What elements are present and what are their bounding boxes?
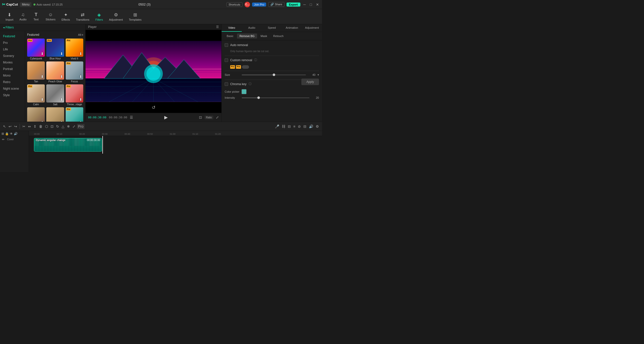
chroma-key-checkbox[interactable]	[225, 82, 228, 86]
undo-button[interactable]: ↩	[8, 124, 13, 129]
delete-button[interactable]: 🗑	[38, 124, 44, 129]
menu-button[interactable]: Menu	[20, 2, 31, 7]
playhead[interactable]	[102, 136, 103, 154]
ratio-button[interactable]: Ratio	[205, 116, 213, 119]
tool-adjustment[interactable]: ⚙ Adjustment	[106, 11, 125, 22]
layout-button[interactable]: ⊟	[302, 124, 307, 129]
auto-removal-checkbox[interactable]	[225, 43, 228, 47]
screenshot-button[interactable]: ⊡	[199, 115, 202, 119]
intensity-slider-track[interactable]	[242, 97, 309, 98]
filter-cat-mono[interactable]: Mono	[0, 72, 25, 79]
filter-cat-style[interactable]: Style	[0, 92, 25, 98]
tab-adjustment[interactable]: Adjustment	[302, 24, 322, 32]
reload-icon[interactable]: ↺	[152, 105, 155, 110]
mic-button[interactable]: 🎤	[274, 124, 280, 129]
filter-item-tan[interactable]: ⬇ Tan	[27, 61, 45, 83]
filter-cat-scenery[interactable]: Scenery	[0, 53, 25, 59]
tool-stickers[interactable]: ☺ Stickers	[43, 11, 58, 22]
mirror-v-button[interactable]: ⇕	[32, 124, 37, 129]
volume-button[interactable]: 🔊	[308, 124, 314, 129]
split-button[interactable]: ✂	[21, 124, 26, 129]
filter-all-button[interactable]: All ≡	[78, 33, 83, 36]
filter-item-throwntage[interactable]: Pro ⬇ Throw...ntage	[66, 84, 83, 106]
tool-transitions[interactable]: ⇄ Transitions	[73, 11, 92, 22]
redo-button[interactable]: ↪	[13, 124, 18, 129]
track-add-button[interactable]: ⊞	[2, 132, 4, 135]
size-slider-track[interactable]	[242, 75, 306, 75]
maximize-button[interactable]: □	[309, 3, 313, 7]
pro-feature-button[interactable]: Pro	[77, 124, 85, 129]
download-icon: ⬇	[41, 52, 44, 56]
apply-button[interactable]: Apply	[301, 79, 319, 85]
subtab-basic[interactable]: Basic	[224, 33, 236, 39]
filter-item-vivid2[interactable]: Pro ⬇ Vivid II	[66, 39, 83, 60]
select-tool-button[interactable]: ↖	[2, 124, 7, 129]
filter-item-calm[interactable]: Pro ⬇ Calm	[27, 84, 45, 106]
cover-edit-button[interactable]: ✏	[2, 138, 5, 141]
custom-removal-checkbox[interactable]	[225, 58, 228, 62]
export-button[interactable]: Export	[287, 3, 300, 7]
custom-removal-toggle[interactable]	[242, 65, 249, 69]
link-button[interactable]: ⛓	[281, 124, 286, 129]
mirror-h-button[interactable]: ⇔	[27, 124, 32, 129]
filter-cat-portrait[interactable]: Portrait	[0, 66, 25, 72]
minimize-button[interactable]: ─	[302, 3, 307, 7]
join-pro-button[interactable]: Join Pro	[252, 3, 266, 7]
tab-audio[interactable]: Audio	[242, 24, 262, 32]
tool-filters[interactable]: ◈ Filters	[93, 11, 105, 22]
filter-cat-nightscene[interactable]: Night scene	[0, 85, 25, 92]
color-swatch[interactable]	[242, 89, 247, 94]
tab-video[interactable]: Video	[222, 24, 242, 32]
tool-text[interactable]: T Text	[30, 11, 42, 22]
filter-item-bluehour[interactable]: Pro ⬇ Blue Hour	[46, 39, 64, 60]
settings-button[interactable]: ⚙	[315, 124, 320, 129]
filter-cat-movies[interactable]: Movies	[0, 59, 25, 66]
filter-item-cyberpunk[interactable]: Pro ⬇ Cyberpunk	[27, 39, 45, 60]
share-button[interactable]: 🔗 Share	[268, 2, 284, 7]
track-audio-button[interactable]: 🔊	[14, 132, 18, 135]
marker-button[interactable]: △	[61, 124, 65, 129]
filter-item-salt[interactable]: ⬇ Salt	[46, 84, 64, 106]
subtab-retouch[interactable]: Retouch	[271, 33, 286, 39]
magnet-button[interactable]: ⊟	[287, 124, 292, 129]
tool-import[interactable]: ⬇ Import	[3, 11, 16, 22]
freeze-button[interactable]: ❄	[66, 124, 71, 129]
tab-speed[interactable]: Speed	[262, 24, 282, 32]
subtab-removebg[interactable]: Remove BG	[237, 33, 257, 39]
crop-button[interactable]: ⊡	[50, 124, 55, 129]
track-lock-button[interactable]: 🔒	[5, 132, 9, 135]
filter-cat-featured[interactable]: Featured	[0, 33, 25, 40]
loop-button[interactable]: ↻	[55, 124, 60, 129]
tool-templates[interactable]: ⊞ Templates	[126, 11, 144, 22]
user-avatar: C...	[245, 2, 250, 7]
mask-button[interactable]: ⬡	[44, 124, 49, 129]
filter-cat-pro[interactable]: Pro	[0, 40, 25, 46]
filter-item-blur[interactable]: ⬇ Blur	[27, 107, 45, 122]
transform-button[interactable]: ⤢	[71, 124, 76, 129]
filter-cat-life[interactable]: Life	[0, 46, 25, 53]
tool-effects[interactable]: ✦ Effects	[59, 11, 72, 22]
cut-icon-button[interactable]: ⊘	[297, 124, 302, 129]
video-clip[interactable]: Dynamic angular change 00:00:30:00	[34, 138, 102, 152]
filter-item-dune2[interactable]: ⬇ Dune II	[46, 107, 64, 122]
subtab-mask[interactable]: Mask	[258, 33, 270, 39]
filter-item-peachglow[interactable]: ⬇ Peach Glow	[46, 61, 64, 83]
auto-removal-row: Auto removal	[225, 43, 319, 47]
player-video-frame	[86, 30, 221, 113]
shortcuts-button[interactable]: Shortcuts	[226, 2, 243, 7]
timeline-list-button[interactable]: ☰	[130, 115, 133, 119]
size-slider-thumb[interactable]	[273, 74, 275, 76]
track-eye-button[interactable]: 👁	[10, 132, 13, 135]
intensity-slider-thumb[interactable]	[257, 96, 260, 99]
fullscreen-button[interactable]: ⤢	[216, 115, 219, 119]
filter-item-warm[interactable]: Pro ⬇ Warm	[66, 107, 83, 122]
filter-item-focus[interactable]: Pro ⬇ Focus	[66, 61, 83, 83]
play-button[interactable]: ▶	[164, 115, 168, 120]
filter-cat-retro[interactable]: Retro	[0, 79, 25, 85]
size-decrease-btn[interactable]: ▾	[317, 73, 319, 77]
chain-button[interactable]: ≡	[292, 124, 296, 129]
player-menu-icon[interactable]: ☰	[216, 25, 219, 29]
tool-audio[interactable]: ♫ Audio	[17, 11, 29, 22]
tab-animation[interactable]: Animation	[282, 24, 302, 32]
close-button[interactable]: ✕	[315, 3, 320, 7]
